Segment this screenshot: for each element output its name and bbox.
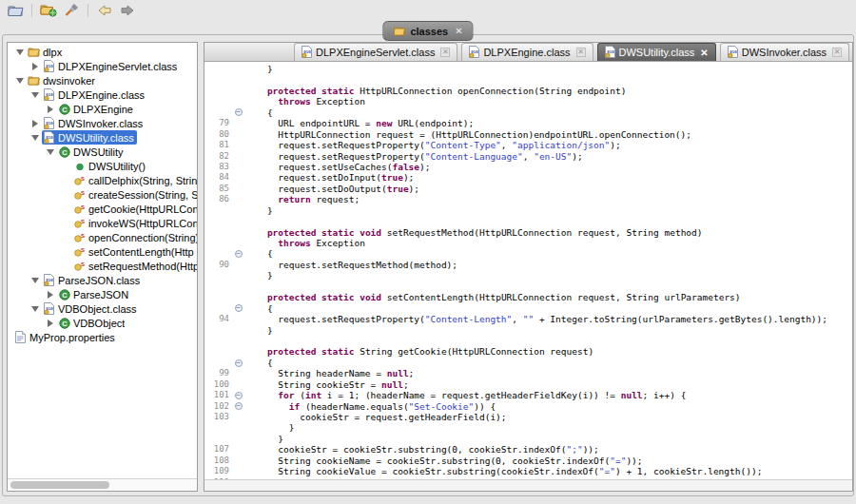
classes-tab[interactable]: classes ✕: [382, 21, 473, 41]
tree-item[interactable]: CParseJSON: [8, 287, 197, 301]
close-icon[interactable]: ✕: [455, 26, 462, 36]
tree-item[interactable]: SsetContentLength(Http: [8, 244, 197, 259]
tree-item[interactable]: MyProp.properties: [8, 330, 197, 344]
tree-item[interactable]: 010ParseJSON.class: [8, 273, 197, 287]
collapse-arrow-icon[interactable]: [13, 49, 27, 55]
code-line: 102− if (headerName.equals("Set-Cookie")…: [204, 401, 852, 412]
tree-item[interactable]: ScallDelphix(String, Strin: [8, 173, 197, 187]
tree-item-content: CParseJSON: [57, 287, 131, 301]
tree-item-label: DLPXEngineServlet.class: [58, 61, 177, 72]
code-text: protected static void setContentLength(H…: [245, 292, 852, 302]
tree-item[interactable]: SsetRequestMethod(Http: [8, 259, 197, 273]
class-icon: C: [58, 104, 70, 115]
fold-collapse-icon[interactable]: −: [231, 304, 245, 312]
tree-item[interactable]: CVDBObject: [8, 316, 197, 330]
line-number: 108: [204, 456, 231, 466]
code-line: }: [204, 205, 852, 216]
editor-tab[interactable]: 010DWSInvoker.class✕: [720, 43, 849, 61]
tree-horizontal-scrollbar[interactable]: [8, 478, 197, 491]
tree-item[interactable]: 010VDBObject.class: [8, 301, 197, 316]
collapse-arrow-icon[interactable]: [29, 92, 42, 98]
class-file-icon: 010: [728, 46, 738, 60]
code-line: }: [204, 270, 852, 281]
tree-item-label: invokeWS(HttpURLConn: [88, 218, 197, 229]
expand-arrow-icon[interactable]: [44, 320, 57, 327]
fold-collapse-icon[interactable]: −: [231, 402, 245, 410]
tree-item-content: SinvokeWS(HttpURLConn: [72, 216, 197, 230]
expand-arrow-icon[interactable]: [29, 63, 42, 70]
tree-item-label: VDBObject: [73, 318, 125, 329]
open-file-icon[interactable]: [7, 2, 24, 18]
tree-item-content: ScallDelphix(String, Strin: [72, 173, 197, 187]
tree-item-label: DWSUtility: [73, 146, 124, 158]
line-number: 86: [204, 194, 231, 204]
code-line: − {: [204, 107, 852, 118]
collapse-arrow-icon[interactable]: [29, 278, 42, 283]
close-tab-icon[interactable]: ✕: [700, 48, 708, 58]
static-method-icon: S: [73, 218, 86, 229]
tree-item[interactable]: DWSUtility(): [8, 159, 197, 173]
tree[interactable]: dlpx010DLPXEngineServlet.classdwsinvoker…: [8, 45, 197, 477]
tree-item[interactable]: SopenConnection(String): [8, 230, 197, 244]
code-text: {: [245, 107, 852, 118]
code-text: throws Exception: [245, 96, 852, 107]
tree-item-label: DWSUtility(): [88, 161, 146, 172]
close-tab-icon[interactable]: ✕: [576, 48, 586, 57]
class-file-icon: 010: [43, 131, 55, 144]
tree-item[interactable]: 010DWSInvoker.class: [8, 116, 197, 130]
code-text: cookieStr = request.getHeaderField(i);: [245, 412, 852, 422]
class-file-icon: 010: [469, 46, 479, 60]
svg-text:C: C: [62, 147, 68, 156]
line-number: 100: [204, 379, 231, 390]
tree-item[interactable]: 010DWSUtility.class: [8, 130, 197, 145]
tree-item-label: createSession(String, St: [88, 189, 197, 201]
pen-icon[interactable]: [63, 2, 80, 18]
tree-item[interactable]: dlpx: [8, 45, 197, 59]
collapse-arrow-icon[interactable]: [13, 78, 27, 84]
code-text: {: [245, 358, 852, 368]
expand-arrow-icon[interactable]: [44, 291, 57, 299]
expand-arrow-icon[interactable]: [44, 106, 57, 113]
back-icon[interactable]: [96, 2, 113, 18]
code-text: request.setRequestProperty("Content-Type…: [245, 140, 852, 150]
fold-collapse-icon[interactable]: −: [231, 250, 245, 258]
collapse-arrow-icon[interactable]: [44, 149, 57, 155]
forward-icon[interactable]: [119, 2, 136, 18]
scrollbar-thumb[interactable]: [10, 481, 109, 489]
collapse-arrow-icon[interactable]: [29, 135, 42, 141]
collapse-arrow-icon[interactable]: [29, 306, 42, 312]
class-icon: C: [58, 289, 70, 300]
code-line: 100 String cookieStr = null;: [204, 379, 852, 390]
tree-item[interactable]: ScreateSession(String, St: [8, 187, 197, 202]
close-tab-icon[interactable]: ✕: [440, 48, 450, 57]
close-tab-icon[interactable]: ✕: [832, 48, 842, 57]
line-number: 107: [204, 444, 231, 455]
svg-text:S: S: [81, 190, 85, 196]
tree-item[interactable]: 010DLPXEngine.class: [8, 87, 197, 102]
fold-collapse-icon[interactable]: −: [231, 392, 245, 399]
editor-tab[interactable]: 010DLPXEngineServlet.class✕: [294, 43, 457, 61]
tree-item[interactable]: 010DLPXEngineServlet.class: [8, 59, 197, 73]
fold-collapse-icon[interactable]: −: [231, 359, 245, 367]
tree-item[interactable]: CDWSUtility: [8, 145, 197, 159]
open-type-icon[interactable]: [40, 2, 57, 18]
expand-arrow-icon[interactable]: [29, 120, 42, 127]
tree-item-label: VDBObject.class: [58, 303, 137, 315]
static-method-icon: S: [73, 261, 86, 272]
editor-horizontal-scrollbar[interactable]: [204, 479, 852, 491]
tree-item[interactable]: SgetCookie(HttpURLCon: [8, 202, 197, 216]
svg-text:S: S: [81, 176, 85, 182]
code-editor[interactable]: } protected static HttpURLConnection ope…: [204, 62, 852, 479]
fold-collapse-icon[interactable]: −: [231, 108, 245, 116]
editor-tab[interactable]: 010DLPXEngine.class✕: [461, 43, 593, 61]
code-text: request.setRequestMethod(method);: [245, 260, 852, 270]
line-number: 85: [204, 184, 231, 194]
code-text: protected static String getCookie(HttpUR…: [245, 346, 852, 357]
tree-item[interactable]: CDLPXEngine: [8, 102, 197, 116]
tree-item[interactable]: SinvokeWS(HttpURLConn: [8, 216, 197, 230]
tree-item-label: ParseJSON: [73, 289, 128, 300]
editor-tab[interactable]: 010DWSUtility.class✕: [597, 43, 716, 61]
tree-item-label: dwsinvoker: [43, 75, 95, 87]
tree-item[interactable]: dwsinvoker: [8, 73, 197, 87]
tree-item-label: getCookie(HttpURLCon: [88, 204, 197, 215]
